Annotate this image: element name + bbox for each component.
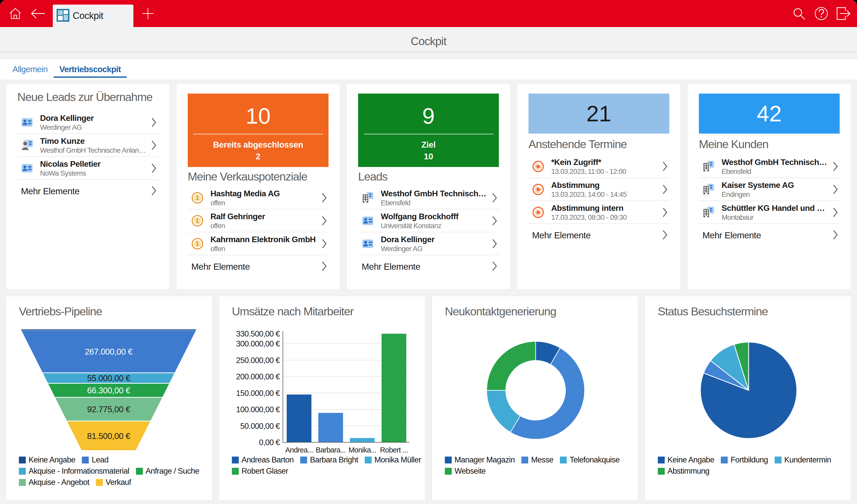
chevron-right-icon	[660, 161, 668, 172]
legend-item: Abstimmung	[658, 467, 709, 476]
kpi-divider	[364, 134, 493, 134]
contact-card-icon	[21, 117, 33, 128]
appointment-icon	[532, 207, 544, 218]
potential-coin-icon: 1	[191, 215, 203, 227]
chevron-right-icon	[830, 207, 838, 218]
termine-list: *Kein Zugriff*13.03.2023, 11:00 - 12:00 …	[528, 155, 669, 224]
item-title: Westhof GmbH Technische An…	[381, 188, 490, 198]
list-item[interactable]: Westhof GmbH Technische An…Ebensfeld	[699, 155, 840, 178]
list-item[interactable]: *Kein Zugriff*13.03.2023, 11:00 - 12:00	[528, 155, 669, 178]
logout-icon[interactable]	[836, 0, 852, 27]
card-title: Neue Leads zur Übernahme	[17, 89, 158, 105]
item-title: Kahrmann Elektronik GmbH	[211, 234, 319, 244]
chevron-right-icon	[660, 184, 668, 195]
legend-label: Keine Angabe	[668, 455, 714, 465]
list-item[interactable]: Dora KellingerWerdinger AG	[358, 232, 499, 255]
legend-swatch	[136, 468, 143, 475]
tab-allgemein[interactable]: Allgemein	[7, 59, 54, 80]
svg-text:66.300,00 €: 66.300,00 €	[87, 386, 130, 395]
svg-text:100.000,00 €: 100.000,00 €	[236, 405, 280, 414]
legend-label: Kundentermin	[784, 455, 831, 465]
company-icon	[703, 161, 715, 172]
leads-list: Westhof GmbH Technische An…Ebensfeld Wol…	[358, 186, 499, 255]
kpi-sub-value: 10	[424, 152, 433, 161]
legend-label: Lead	[91, 455, 108, 465]
list-item[interactable]: Abstimmung13.03.2023, 14:00 - 14:45	[528, 178, 669, 201]
card-neue-leads: Neue Leads zur Übernahme Dora KellingerW…	[6, 84, 169, 289]
kpi-value: 10	[246, 105, 271, 127]
tab-label: Cockpit	[73, 11, 103, 21]
tab-cockpit[interactable]: Cockpit	[53, 5, 133, 27]
kpi-label: Ziel	[421, 140, 436, 150]
kpi-label: Bereits abgeschlossen	[213, 140, 303, 150]
more-elements-button[interactable]: Mehr Elemente	[528, 224, 669, 247]
more-elements-button[interactable]: Mehr Elemente	[17, 180, 158, 203]
chart-legend: Keine AngabeLeadAkquise - Informationsma…	[19, 454, 199, 488]
kpi-box-kunden[interactable]: 42	[699, 93, 840, 134]
legend-item: Robert Glaser	[232, 467, 288, 476]
back-arrow-icon[interactable]	[30, 0, 46, 27]
item-subtitle: NoWa Systems	[40, 169, 149, 178]
chevron-right-icon	[830, 161, 838, 172]
svg-text:0,00 €: 0,00 €	[259, 438, 280, 447]
card-vertriebs-pipeline: Vertriebs-Pipeline 267.000,00 €55.000,00…	[6, 296, 212, 500]
list-item[interactable]: 1Kahrmann Elektronik GmbHoffen	[188, 232, 329, 255]
legend-label: Barbara Bright	[310, 455, 358, 465]
chevron-right-icon	[149, 117, 156, 128]
svg-text:81.500,00 €: 81.500,00 €	[87, 431, 130, 441]
item-subtitle: Ebensfeld	[722, 167, 830, 176]
chart-legend: Manager MagazinMesseTelefonakquiseWebsei…	[445, 454, 620, 477]
card-title: Meine Kunden	[699, 137, 840, 152]
add-tab-icon[interactable]	[141, 0, 155, 27]
legend-swatch	[232, 468, 239, 475]
legend-swatch	[721, 456, 728, 464]
item-title: Nicolas Pelletier	[40, 159, 149, 169]
list-item[interactable]: Timo KunzeWesthof GmbH Technische Anlang…	[17, 134, 158, 157]
legend-item: Akquise - Informationsmaterial	[19, 467, 129, 476]
card-neukontaktgenerierung: Neukontaktgenerierung Manager MagazinMes…	[432, 296, 638, 500]
appointment-icon	[532, 161, 544, 172]
contact-card-icon	[362, 238, 374, 249]
item-subtitle: 17.03.2023, 08:30 - 09:30	[551, 213, 660, 222]
kpi-box-termine[interactable]: 21	[528, 93, 669, 134]
list-item[interactable]: Abstimmung intern17.03.2023, 08:30 - 09:…	[528, 201, 669, 224]
list-item[interactable]: Westhof GmbH Technische An…Ebensfeld	[358, 186, 499, 209]
svg-text:267.000,00 €: 267.000,00 €	[85, 347, 133, 357]
company-icon	[703, 207, 715, 218]
legend-swatch	[19, 456, 26, 464]
svg-text:1: 1	[196, 194, 199, 201]
list-item[interactable]: Nicolas PelletierNoWa Systems	[17, 157, 158, 180]
list-item[interactable]: Schüttler KG Handel und Diest…Montabaur	[699, 201, 840, 224]
cockpit-tabs: Allgemein Vertriebscockpit	[0, 59, 857, 80]
list-item[interactable]: Kaiser Systeme AGEndingen	[699, 178, 840, 201]
more-elements-button[interactable]: Mehr Elemente	[699, 224, 840, 247]
chevron-right-icon	[319, 215, 327, 226]
kpi-box-verkaufspotenziale[interactable]: 10Bereits abgeschlossen2	[188, 93, 329, 167]
legend-label: Akquise - Angebot	[29, 478, 89, 487]
list-item[interactable]: 1Ralf Gehringeroffen	[188, 209, 329, 232]
contact-card-icon	[21, 162, 33, 174]
help-icon[interactable]	[813, 0, 829, 27]
home-icon[interactable]	[7, 0, 23, 27]
kpi-box-leads[interactable]: 9Ziel10	[358, 93, 499, 167]
tab-vertriebscockpit[interactable]: Vertriebscockpit	[54, 59, 127, 80]
more-elements-button[interactable]: Mehr Elemente	[358, 255, 499, 278]
legend-item: Fortbildung	[721, 455, 768, 465]
list-item[interactable]: Dora KellingerWerdinger AG	[17, 111, 158, 134]
legend-item: Barbara Bright	[300, 455, 358, 465]
legend-label: Messe	[531, 455, 553, 465]
list-item[interactable]: Wolfgang BrockhofffUniversität Konstanz	[358, 209, 499, 232]
more-elements-button[interactable]: Mehr Elemente	[188, 255, 329, 278]
potential-list: 1Hashtag Media AGoffen 1Ralf Gehringerof…	[188, 186, 329, 255]
list-item[interactable]: 1Hashtag Media AGoffen	[188, 186, 329, 209]
legend-swatch	[775, 456, 782, 464]
search-icon[interactable]	[791, 0, 807, 27]
item-title: Schüttler KG Handel und Diest…	[722, 203, 830, 213]
legend-swatch	[658, 468, 665, 475]
kpi-divider	[193, 134, 323, 134]
item-title: Wolfgang Brockhofff	[381, 211, 490, 222]
svg-text:Barbara...: Barbara...	[316, 446, 346, 454]
svg-text:200.000,00 €: 200.000,00 €	[236, 372, 280, 381]
card-title: Anstehende Termine	[528, 137, 669, 152]
item-subtitle: Endingen	[722, 190, 830, 199]
